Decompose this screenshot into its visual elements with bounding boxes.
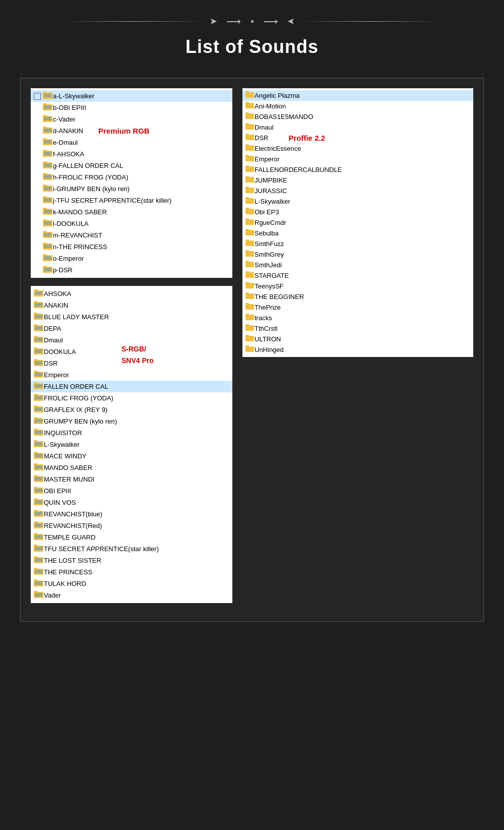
folder-icon: [34, 556, 44, 565]
list-item[interactable]: RgueCmdr: [242, 217, 473, 228]
list-item[interactable]: f-AHSOKA: [31, 148, 232, 160]
folder-icon: [34, 475, 44, 484]
svg-rect-56: [34, 313, 38, 314]
list-item[interactable]: j-TFU SECRET APPRENTICE(star killer): [31, 195, 232, 206]
list-item[interactable]: INQUISITOR: [31, 427, 232, 439]
svg-rect-171: [245, 303, 249, 305]
folder-icon: [245, 102, 255, 110]
list-item[interactable]: c-Vader: [31, 113, 232, 125]
list-item[interactable]: e-Dmaul: [31, 137, 232, 148]
list-item[interactable]: ANAKIN: [31, 300, 232, 311]
list-item[interactable]: d-ANAKIN Premium RGB: [31, 125, 232, 137]
folder-icon: [245, 134, 255, 142]
item-label: Emperor: [44, 371, 69, 379]
list-item[interactable]: DSR Proffie 2.2: [242, 133, 473, 143]
list-item[interactable]: TthCrstl: [242, 323, 473, 334]
list-item[interactable]: STARGATE: [242, 270, 473, 281]
list-item[interactable]: TeenysSF: [242, 281, 473, 291]
list-item[interactable]: BLUE LADY MASTER: [31, 311, 232, 323]
list-item[interactable]: Angelic Plazma: [242, 90, 473, 101]
folder-icon: [245, 303, 255, 312]
folder-icon: [34, 521, 44, 530]
svg-rect-135: [245, 112, 249, 114]
svg-rect-3: [44, 94, 51, 97]
list-item[interactable]: ThePrize: [242, 302, 473, 313]
list-item[interactable]: tracks: [242, 313, 473, 323]
list-item[interactable]: g-FALLEN ORDER CAL: [31, 160, 232, 171]
folder-icon: [245, 218, 255, 227]
list-item[interactable]: Emperor: [31, 369, 232, 381]
list-item[interactable]: b-OBI EPIII: [31, 102, 232, 113]
list-item[interactable]: h-FROLIC FROG (YODA): [31, 171, 232, 183]
list-item[interactable]: SmthFuzz: [242, 239, 473, 249]
item-label: THE BEGGINER: [255, 293, 304, 301]
folder-icon: [43, 207, 53, 217]
list-item[interactable]: JURASSIC: [242, 186, 473, 196]
list-item[interactable]: l-DOOKULA: [31, 218, 232, 229]
list-item[interactable]: THE LOST SISTER: [31, 555, 232, 566]
list-item[interactable]: DEPA: [31, 323, 232, 334]
svg-rect-128: [34, 591, 38, 592]
svg-rect-179: [245, 345, 249, 347]
list-item[interactable]: i-GRUMPY BEN (kylo ren): [31, 183, 232, 195]
item-label: RgueCmdr: [255, 219, 286, 226]
list-item[interactable]: Ani-Motion: [242, 101, 473, 111]
list-item[interactable]: TULAK HORD: [31, 578, 232, 589]
list-item[interactable]: AHSOKA: [31, 288, 232, 300]
list-item[interactable]: m-REVANCHIST: [31, 229, 232, 241]
list-item[interactable]: DOOKULA S-RGB/: [31, 346, 232, 358]
list-item[interactable]: L-Skywalker: [31, 439, 232, 450]
list-item[interactable]: DSR SNV4 Pro: [31, 358, 232, 369]
list-item[interactable]: JUMPBIKE: [242, 175, 473, 186]
list-item[interactable]: Vader: [31, 589, 232, 601]
list-item[interactable]: MANDO SABER: [31, 462, 232, 473]
list-item[interactable]: UnHinged: [242, 344, 473, 355]
svg-rect-98: [34, 475, 38, 477]
folder-icon: [34, 382, 44, 391]
list-item[interactable]: FALLEN ORDER CAL: [31, 381, 232, 392]
svg-rect-162: [245, 262, 254, 267]
list-item[interactable]: THE BEGGINER: [242, 291, 473, 302]
list-item[interactable]: BOBAS1E5MANDO: [242, 111, 473, 122]
list-item[interactable]: QUIN VOS: [31, 497, 232, 508]
list-item[interactable]: k-MANDO SABER: [31, 206, 232, 218]
list-item[interactable]: GRAFLEX IX (REY 9): [31, 404, 232, 416]
list-item[interactable]: SmthGrey: [242, 249, 473, 260]
list-item[interactable]: ElectricEssence: [242, 143, 473, 154]
item-label: c-Vader: [53, 115, 76, 123]
list-item[interactable]: ULTRON: [242, 334, 473, 344]
list-item[interactable]: GRUMPY BEN (kylo ren): [31, 416, 232, 427]
list-item[interactable]: TFU SECRET APPRENTICE(star killer): [31, 543, 232, 555]
list-item[interactable]: o-Emperor: [31, 253, 232, 264]
list-item[interactable]: MASTER MUNDI: [31, 473, 232, 485]
list-item[interactable]: Obi EP3: [242, 207, 473, 217]
svg-rect-117: [35, 547, 42, 550]
list-item[interactable]: REVANCHIST(Red): [31, 520, 232, 531]
list-item[interactable]: THE PRINCESS: [31, 566, 232, 578]
left-bottom-list: AHSOKA ANAKIN: [31, 286, 232, 603]
list-item[interactable]: L-Skywalker: [242, 196, 473, 207]
list-item[interactable]: TEMPLE GUARD: [31, 531, 232, 543]
folder-icon: [34, 590, 44, 600]
list-item[interactable]: MACE WINDY: [31, 450, 232, 462]
list-item[interactable]: Sebulba: [242, 228, 473, 239]
list-item[interactable]: REVANCHIST(blue): [31, 508, 232, 520]
folder-icon: [34, 359, 44, 368]
svg-rect-177: [245, 335, 249, 336]
svg-rect-160: [245, 251, 254, 257]
list-item[interactable]: p-DSR: [31, 264, 232, 276]
list-item[interactable]: FROLIC FROG (YODA): [31, 392, 232, 404]
list-item[interactable]: FALLENORDERCALBUNDLE: [242, 164, 473, 175]
checkbox-icon[interactable]: [34, 93, 41, 100]
item-label: SmthGrey: [255, 251, 284, 258]
list-item[interactable]: Emperor: [242, 154, 473, 164]
svg-rect-146: [245, 177, 254, 183]
list-item[interactable]: OBI EPIII: [31, 485, 232, 497]
list-item[interactable]: Dmaul: [242, 122, 473, 133]
list-item[interactable]: n-THE PRINCESS: [31, 241, 232, 253]
list-item[interactable]: SmthJedi: [242, 260, 473, 270]
folder-icon: [43, 230, 53, 240]
svg-rect-119: [34, 556, 38, 558]
list-item[interactable]: a-L-Skywalker: [31, 90, 232, 102]
list-item[interactable]: Dmaul: [31, 334, 232, 346]
